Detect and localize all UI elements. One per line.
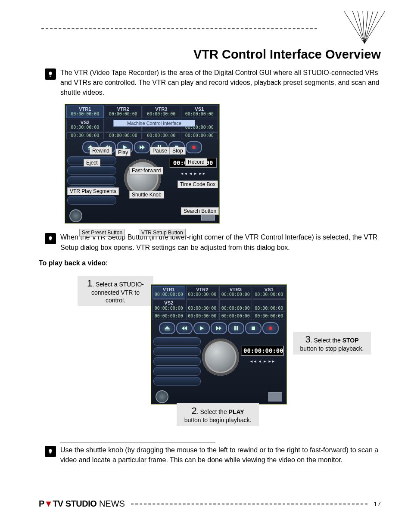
callout-tcbox: Time Code Box [177, 180, 218, 188]
callout-pause: Pause [150, 147, 170, 155]
tip-1: The VTR (Video Tape Recorder) is the are… [39, 68, 381, 98]
callout-setup: VTR Setup Button [139, 229, 186, 236]
tc-cell-3: 00:00:00:00 [143, 132, 180, 140]
svg-marker-12 [140, 145, 142, 149]
segment-2[interactable] [67, 166, 116, 175]
slot-b4[interactable]: 00:00:00:00 [253, 299, 286, 312]
step-2: 2. Select the PLAY button to begin playb… [177, 403, 259, 426]
slot-b3[interactable]: 00:00:00:00 [219, 299, 252, 312]
machine-control-label: Machine Control Interface [113, 120, 195, 127]
svg-marker-0 [344, 11, 385, 44]
slot-b2[interactable]: 00:00:00:00 [186, 299, 219, 312]
callout-search: Search Button [181, 207, 219, 215]
svg-marker-22 [200, 326, 204, 330]
lightbulb-icon [45, 446, 56, 457]
page-footer: P▼TV STUDIO NEWS 17 [39, 499, 381, 509]
segment-1[interactable] [153, 337, 201, 346]
search-rewind-icon[interactable]: ◂ [189, 170, 192, 177]
record-button[interactable] [262, 322, 279, 334]
svg-point-28 [269, 327, 272, 330]
segment-4[interactable] [153, 367, 201, 376]
slot-vs1[interactable]: VS100:00:00:00 [181, 106, 218, 118]
callout-knob: Shuttle Knob [129, 191, 164, 199]
callout-eject: Eject [84, 159, 100, 167]
shuttle-knob[interactable] [202, 339, 239, 376]
tip-3-text: Use the shuttle knob (by dragging the mo… [60, 445, 381, 465]
callout-setpreset: Set Preset Button [79, 229, 125, 236]
brand-logo-icon [344, 11, 385, 44]
svg-marker-18 [165, 326, 170, 329]
set-preset-button[interactable] [156, 390, 168, 403]
svg-marker-20 [184, 326, 187, 330]
pause-button[interactable] [228, 322, 244, 334]
tip-3: Use the shuttle knob (by dragging the mo… [39, 445, 381, 465]
tc-c2: 00:00:00:00 [186, 313, 219, 320]
page-title: VTR Control Interface Overview [39, 47, 381, 62]
tc-cell-2: 00:00:00:00 [105, 132, 142, 140]
footer-brand: P▼TV STUDIO NEWS [39, 499, 125, 509]
slot-vtr1[interactable]: VTR100:00:00:00 [153, 286, 185, 299]
search-r-icon[interactable]: ◂ [258, 358, 262, 364]
svg-marker-24 [219, 326, 221, 330]
stop-button[interactable] [245, 322, 262, 334]
segment-3[interactable] [153, 357, 201, 366]
transport-bar [66, 141, 218, 153]
playback-figure: 1. Select a STUDIO- connected VTR to con… [78, 271, 353, 431]
search-forward-fast-icon[interactable]: ▸▸ [199, 170, 206, 177]
segment-2[interactable] [153, 347, 201, 356]
svg-rect-19 [165, 330, 170, 330]
lightbulb-icon [45, 68, 56, 80]
timecode-box: 00:00:00:00 [241, 345, 284, 356]
slot-vtr2[interactable]: VTR200:00:00:00 [105, 106, 142, 118]
callout-play: Play [115, 149, 131, 156]
tc-cell-1: 00:00:00:00 [66, 132, 104, 140]
tc-cell-4: 00:00:00:00 [181, 132, 218, 140]
header-rule [41, 28, 317, 29]
callout-record: Record [185, 158, 207, 166]
slot-vs2[interactable]: VS200:00:00:00 [66, 119, 104, 131]
search-buttons: ◂◂ ◂ ▸ ▸▸ [169, 170, 217, 177]
svg-marker-21 [182, 326, 184, 330]
slot-vtr3[interactable]: VTR300:00:00:00 [219, 286, 252, 299]
playback-heading: To play back a video: [39, 259, 381, 267]
callout-rewind: Rewind [90, 147, 112, 155]
page-number: 17 [374, 500, 381, 507]
slot-vs1[interactable]: VS100:00:00:00 [253, 286, 286, 299]
tc-c3: 00:00:00:00 [219, 313, 252, 320]
section-rule [60, 442, 215, 442]
slot-vs2[interactable]: VS200:00:00:00 [153, 299, 185, 312]
svg-marker-13 [142, 145, 145, 149]
search-rr-icon[interactable]: ◂◂ [249, 358, 257, 364]
slot-vtr1[interactable]: VTR100:00:00:00 [66, 106, 104, 118]
callout-segments: VTR Play Segments [67, 187, 119, 195]
tc-c4: 00:00:00:00 [253, 313, 286, 320]
search-f-icon[interactable]: ▸ [263, 358, 267, 364]
segment-3[interactable] [67, 176, 116, 185]
rewind-button[interactable] [176, 322, 193, 334]
lightbulb-icon [45, 233, 56, 244]
segment-5[interactable] [153, 377, 201, 386]
tc-c1: 00:00:00:00 [153, 313, 185, 320]
vtr-panel-annotated: VTR100:00:00:00 VTR200:00:00:00 VTR300:0… [65, 104, 220, 224]
svg-rect-25 [234, 326, 236, 330]
set-preset-button[interactable] [69, 209, 82, 222]
search-ff-icon[interactable]: ▸▸ [268, 358, 275, 364]
svg-rect-26 [237, 326, 238, 330]
fast-forward-button[interactable] [211, 322, 227, 334]
triangle-icon: ▼ [44, 499, 53, 508]
record-button[interactable] [186, 141, 202, 153]
fast-forward-button[interactable] [134, 141, 150, 153]
eject-button[interactable] [159, 322, 175, 334]
svg-marker-23 [216, 326, 219, 330]
slot-vtr2[interactable]: VTR200:00:00:00 [186, 286, 219, 299]
segment-5[interactable] [67, 196, 116, 205]
search-forward-icon[interactable]: ▸ [194, 170, 197, 177]
play-button[interactable] [193, 322, 210, 334]
slot-vtr3[interactable]: VTR300:00:00:00 [143, 106, 180, 118]
callout-ff: Fast-forward [129, 167, 163, 174]
footer-rule [131, 504, 367, 504]
callout-stop: Stop [170, 147, 186, 155]
search-rewind-fast-icon[interactable]: ◂◂ [180, 170, 187, 177]
vtr-setup-button[interactable] [268, 392, 282, 401]
svg-point-17 [192, 146, 196, 149]
